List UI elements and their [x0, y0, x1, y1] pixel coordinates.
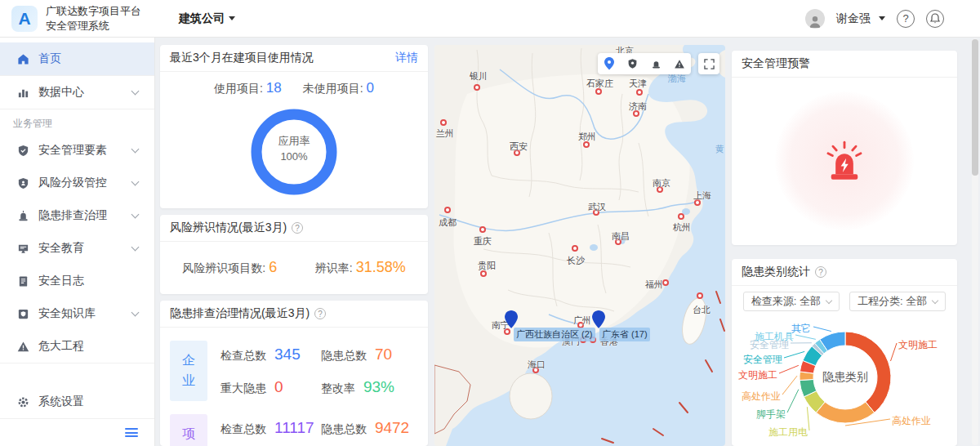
risk-card-title: 风险辨识情况(最近3月) — [170, 221, 287, 235]
donut-label: 其它 — [791, 322, 811, 336]
shield-user-icon — [16, 176, 29, 190]
top-header: A 广联达数字项目平台 安全管理系统 建筑公司 谢金强 ? — [0, 0, 980, 38]
donut-label: 脚手架 — [756, 408, 786, 421]
risk-rate-value: 31.58% — [356, 259, 406, 275]
map-region-chip[interactable]: 广西壮族自治区 (2) — [514, 328, 595, 341]
chevron-down-icon — [229, 16, 235, 20]
risk-count-label: 风险辨识项目数: — [182, 261, 265, 274]
risk-identification-card: 风险辨识情况(最近3月) ? 风险辨识项目数:6 辨识率:31.58% — [160, 215, 428, 294]
map-city-dot — [678, 213, 684, 220]
sidebar-item-label: 安全知识库 — [38, 306, 96, 321]
map-city-label: 银川 — [470, 70, 488, 83]
check-source-select[interactable]: 检查来源: 全部 — [743, 292, 840, 311]
map-city-label: 台北 — [693, 304, 710, 316]
sidebar-item-hazard-treatment[interactable]: 隐患排查治理 — [0, 199, 154, 232]
warning-card-title: 安全管理预警 — [742, 56, 810, 71]
help-button[interactable]: ? — [897, 10, 915, 28]
hazard-stats-row: 项目检查总数11117隐患总数9472重大隐患28整改率96% — [160, 401, 428, 446]
sidebar-item-settings[interactable]: 系统设置 — [0, 386, 154, 418]
notification-button[interactable] — [926, 10, 944, 28]
detail-link[interactable]: 详情 — [395, 51, 418, 65]
map-city-label: 广州 — [573, 314, 591, 327]
chevron-down-icon — [131, 145, 140, 154]
document-icon — [16, 274, 29, 288]
map-city-label: 上海 — [693, 190, 711, 202]
map-city-label: 长沙 — [567, 255, 585, 267]
map-alarm-layer-button[interactable] — [648, 56, 664, 72]
map-city-label: 济南 — [629, 100, 647, 113]
hazard-stat: 隐患总数9472 — [321, 419, 416, 437]
sidebar-footer — [0, 418, 154, 446]
sidebar-item-label: 数据中心 — [38, 85, 84, 100]
education-icon — [16, 242, 29, 255]
sidebar-item-knowledge-base[interactable]: 安全知识库 — [0, 297, 154, 330]
map-danger-layer-button[interactable] — [671, 56, 688, 72]
map-pin-icon[interactable] — [505, 310, 518, 328]
map-layer-toolbar — [598, 53, 691, 74]
map-location-layer-button[interactable] — [601, 56, 617, 72]
app-title-line2: 安全管理系统 — [46, 19, 141, 33]
collapse-menu-icon[interactable] — [125, 426, 138, 439]
home-icon — [16, 52, 29, 65]
sidebar: 首页 数据中心 业务管理 安全管理要素 风险分级管控 隐患排查治理 安全教育 — [0, 38, 155, 446]
info-icon[interactable]: ? — [314, 308, 326, 319]
hazard-stat: 隐患总数70 — [321, 346, 416, 363]
info-icon[interactable]: ? — [815, 266, 826, 278]
sidebar-item-safety-log[interactable]: 安全日志 — [0, 265, 154, 297]
sidebar-item-home[interactable]: 首页 — [0, 42, 154, 75]
map-region-chip[interactable]: 广东省 (17) — [599, 328, 650, 341]
map-city-label: 重庆 — [474, 235, 492, 248]
hazard-category-card: 隐患类别统计 ? 检查来源: 全部 工程分类: 全部 — [732, 259, 957, 446]
map-city-dot — [474, 84, 480, 91]
knowledge-base-icon — [16, 307, 29, 320]
sidebar-item-risk-control[interactable]: 风险分级管控 — [0, 167, 154, 199]
sidebar-item-safety-education[interactable]: 安全教育 — [0, 232, 154, 265]
map-city-label: 福州 — [645, 279, 663, 291]
map-fullscreen-button[interactable] — [698, 53, 719, 74]
map-risk-layer-button[interactable] — [625, 56, 641, 72]
donut-label: 安全管理 — [743, 353, 782, 367]
map-city-dot — [572, 245, 578, 252]
used-projects-label: 使用项目: — [214, 82, 263, 95]
hazard-stat: 检查总数11117 — [220, 419, 321, 437]
app-title-line1: 广联达数字项目平台 — [46, 4, 141, 19]
unused-projects-value: 0 — [367, 80, 374, 96]
hazard-stat: 整改率93% — [321, 378, 416, 396]
map-city-label: 天津 — [629, 78, 647, 90]
used-projects-stat: 使用项目:18 — [214, 80, 282, 96]
map-city-label: 郑州 — [578, 131, 596, 143]
sea-label: 渤海 — [668, 73, 686, 85]
bar-chart-icon — [16, 86, 29, 99]
unused-projects-stat: 未使用项目:0 — [303, 80, 374, 96]
org-selector-label: 建筑公司 — [179, 11, 225, 26]
scrollbar-thumb[interactable] — [972, 39, 978, 176]
project-type-select[interactable]: 工程分类: 全部 — [849, 292, 946, 311]
sidebar-item-data-center[interactable]: 数据中心 — [0, 76, 154, 109]
hazard-row-badge: 项目 — [170, 414, 207, 446]
map-city-label: 石家庄 — [586, 78, 613, 90]
info-icon[interactable]: ? — [292, 222, 303, 234]
map-city-label: 西安 — [510, 140, 528, 153]
donut-center-label: 隐患类别 — [813, 370, 878, 385]
map-city-label: 杭州 — [673, 221, 691, 234]
org-selector[interactable]: 建筑公司 — [179, 11, 235, 26]
sidebar-item-major-projects[interactable]: 危大工程 — [0, 330, 154, 363]
chevron-down-icon — [131, 309, 140, 317]
donut-segment[interactable] — [816, 402, 874, 423]
china-map[interactable]: 渤海黄北京银川石家庄天津济南兰州郑州西安南京上海杭州成都重庆武汉南昌长沙贵阳福州… — [434, 45, 725, 446]
sidebar-item-safety-elements[interactable]: 安全管理要素 — [0, 134, 154, 167]
app-title: 广联达数字项目平台 安全管理系统 — [46, 4, 141, 33]
user-menu[interactable]: 谢金强 — [836, 11, 885, 26]
siren-icon — [823, 140, 866, 182]
map-pin-icon[interactable] — [592, 310, 605, 328]
map-city-label: 南京 — [653, 177, 670, 190]
ring-center-label: 应用率 — [245, 134, 343, 149]
map-city-dot — [444, 207, 451, 213]
alarm-glow — [775, 91, 914, 230]
map-city-label: 武汉 — [588, 201, 606, 213]
sidebar-section-label: 业务管理 — [0, 109, 154, 134]
check-source-value: 全部 — [800, 295, 821, 307]
siren-icon — [16, 209, 29, 222]
gear-icon — [16, 395, 29, 408]
risk-rate-stat: 辨识率:31.58% — [315, 259, 406, 276]
